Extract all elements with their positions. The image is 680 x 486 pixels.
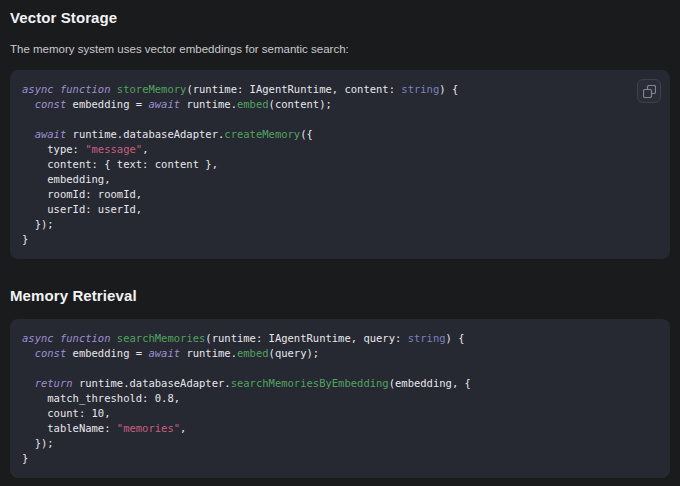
docs-page: Vector Storage The memory system uses ve… bbox=[0, 0, 680, 478]
section-intro-text: The memory system uses vector embeddings… bbox=[10, 41, 670, 57]
code-line: } bbox=[22, 451, 658, 466]
code-line: async function searchMemories(runtime: I… bbox=[22, 331, 658, 346]
code-block-store-memory: async function storeMemory(runtime: IAge… bbox=[10, 70, 670, 259]
code-line: }); bbox=[22, 217, 658, 232]
copy-icon bbox=[643, 85, 656, 98]
code-block-search-memories: async function searchMemories(runtime: I… bbox=[10, 319, 670, 478]
copy-code-button[interactable] bbox=[637, 79, 661, 103]
code-line: tableName: "memories", bbox=[22, 421, 658, 436]
section-heading-vector-storage: Vector Storage bbox=[10, 8, 670, 28]
code-line: async function storeMemory(runtime: IAge… bbox=[22, 82, 658, 97]
code-line: content: { text: content }, bbox=[22, 157, 658, 172]
code-line: const embedding = await runtime.embed(qu… bbox=[22, 346, 658, 361]
code-line: match_threshold: 0.8, bbox=[22, 391, 658, 406]
code-line: type: "message", bbox=[22, 142, 658, 157]
code-line bbox=[22, 361, 658, 376]
code-line: embedding, bbox=[22, 172, 658, 187]
code-line: count: 10, bbox=[22, 406, 658, 421]
code-line: }); bbox=[22, 436, 658, 451]
code-line: const embedding = await runtime.embed(co… bbox=[22, 97, 658, 112]
section-vector-storage: Vector Storage The memory system uses ve… bbox=[10, 8, 670, 259]
code-content-search-memories: async function searchMemories(runtime: I… bbox=[10, 331, 670, 466]
code-line bbox=[22, 112, 658, 127]
code-line: await runtime.databaseAdapter.createMemo… bbox=[22, 127, 658, 142]
code-line: } bbox=[22, 232, 658, 247]
section-memory-retrieval: Memory Retrieval async function searchMe… bbox=[10, 286, 670, 478]
code-line: roomId: roomId, bbox=[22, 187, 658, 202]
code-line: return runtime.databaseAdapter.searchMem… bbox=[22, 376, 658, 391]
section-heading-memory-retrieval: Memory Retrieval bbox=[10, 286, 670, 306]
code-content-store-memory: async function storeMemory(runtime: IAge… bbox=[10, 82, 670, 247]
code-line: userId: userId, bbox=[22, 202, 658, 217]
